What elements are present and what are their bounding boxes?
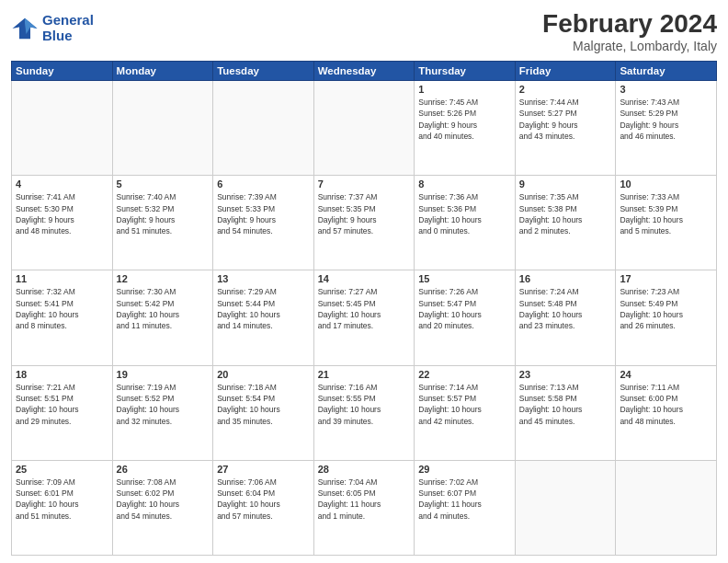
calendar-cell: 12Sunrise: 7:30 AM Sunset: 5:42 PM Dayli… (112, 270, 213, 365)
calendar-cell (515, 460, 616, 555)
day-number: 3 (620, 84, 712, 95)
day-info: Sunrise: 7:37 AM Sunset: 5:35 PM Dayligh… (318, 191, 411, 236)
calendar-cell: 9Sunrise: 7:35 AM Sunset: 5:38 PM Daylig… (515, 176, 616, 270)
day-number: 12 (117, 273, 210, 284)
day-info: Sunrise: 7:39 AM Sunset: 5:33 PM Dayligh… (217, 191, 310, 236)
day-number: 22 (418, 369, 511, 380)
calendar-cell: 10Sunrise: 7:33 AM Sunset: 5:39 PM Dayli… (616, 176, 717, 270)
day-number: 15 (418, 273, 511, 284)
day-number: 10 (620, 178, 712, 190)
day-number: 14 (318, 273, 411, 284)
calendar-week-row: 11Sunrise: 7:32 AM Sunset: 5:41 PM Dayli… (12, 270, 717, 365)
logo-icon (11, 15, 39, 42)
day-info: Sunrise: 7:36 AM Sunset: 5:36 PM Dayligh… (418, 191, 511, 236)
day-info: Sunrise: 7:02 AM Sunset: 6:07 PM Dayligh… (418, 477, 511, 522)
calendar-cell (213, 81, 314, 176)
day-number: 23 (519, 369, 612, 380)
calendar-cell: 18Sunrise: 7:21 AM Sunset: 5:51 PM Dayli… (12, 365, 113, 460)
day-number: 8 (418, 178, 511, 190)
calendar-cell: 3Sunrise: 7:43 AM Sunset: 5:29 PM Daylig… (616, 81, 717, 176)
calendar-cell: 24Sunrise: 7:11 AM Sunset: 6:00 PM Dayli… (616, 365, 717, 460)
day-info: Sunrise: 7:29 AM Sunset: 5:44 PM Dayligh… (217, 286, 310, 331)
day-number: 6 (217, 178, 310, 190)
day-info: Sunrise: 7:40 AM Sunset: 5:32 PM Dayligh… (117, 191, 210, 236)
calendar-cell: 28Sunrise: 7:04 AM Sunset: 6:05 PM Dayli… (313, 460, 415, 555)
day-number: 1 (418, 84, 511, 95)
header: General Blue February 2024 Malgrate, Lom… (11, 9, 717, 53)
day-number: 9 (519, 178, 612, 190)
day-info: Sunrise: 7:26 AM Sunset: 5:47 PM Dayligh… (418, 286, 511, 331)
day-info: Sunrise: 7:13 AM Sunset: 5:58 PM Dayligh… (519, 382, 612, 427)
calendar-header-wednesday: Wednesday (313, 62, 415, 81)
calendar-header-saturday: Saturday (616, 62, 717, 81)
calendar-cell: 8Sunrise: 7:36 AM Sunset: 5:36 PM Daylig… (415, 176, 516, 270)
day-info: Sunrise: 7:33 AM Sunset: 5:39 PM Dayligh… (620, 191, 712, 236)
day-info: Sunrise: 7:21 AM Sunset: 5:51 PM Dayligh… (16, 382, 108, 427)
day-number: 4 (16, 178, 108, 190)
calendar-cell: 16Sunrise: 7:24 AM Sunset: 5:48 PM Dayli… (515, 270, 616, 365)
day-info: Sunrise: 7:45 AM Sunset: 5:26 PM Dayligh… (418, 97, 511, 142)
day-info: Sunrise: 7:41 AM Sunset: 5:30 PM Dayligh… (16, 191, 108, 236)
day-number: 16 (519, 273, 612, 284)
day-number: 24 (620, 369, 712, 380)
calendar-cell: 19Sunrise: 7:19 AM Sunset: 5:52 PM Dayli… (112, 365, 213, 460)
calendar-header-thursday: Thursday (415, 62, 516, 81)
svg-marker-1 (25, 17, 38, 33)
calendar-week-row: 25Sunrise: 7:09 AM Sunset: 6:01 PM Dayli… (12, 460, 717, 555)
calendar-header-tuesday: Tuesday (213, 62, 314, 81)
calendar-cell: 21Sunrise: 7:16 AM Sunset: 5:55 PM Dayli… (313, 365, 415, 460)
day-info: Sunrise: 7:11 AM Sunset: 6:00 PM Dayligh… (620, 382, 712, 427)
calendar-cell: 29Sunrise: 7:02 AM Sunset: 6:07 PM Dayli… (415, 460, 516, 555)
day-info: Sunrise: 7:09 AM Sunset: 6:01 PM Dayligh… (16, 477, 108, 522)
logo-text: General Blue (42, 13, 94, 43)
calendar-cell: 17Sunrise: 7:23 AM Sunset: 5:49 PM Dayli… (616, 270, 717, 365)
day-number: 5 (117, 178, 210, 190)
calendar-cell: 5Sunrise: 7:40 AM Sunset: 5:32 PM Daylig… (112, 176, 213, 270)
day-number: 20 (217, 369, 310, 380)
day-info: Sunrise: 7:18 AM Sunset: 5:54 PM Dayligh… (217, 382, 310, 427)
calendar-title: February 2024 (542, 9, 717, 39)
calendar-cell: 14Sunrise: 7:27 AM Sunset: 5:45 PM Dayli… (313, 270, 415, 365)
day-info: Sunrise: 7:04 AM Sunset: 6:05 PM Dayligh… (318, 477, 411, 522)
calendar-header-row: SundayMondayTuesdayWednesdayThursdayFrid… (12, 62, 717, 81)
day-number: 18 (16, 369, 108, 380)
day-number: 25 (16, 464, 108, 475)
calendar-cell: 4Sunrise: 7:41 AM Sunset: 5:30 PM Daylig… (12, 176, 113, 270)
day-number: 17 (620, 273, 712, 284)
logo: General Blue (11, 13, 94, 43)
day-number: 27 (217, 464, 310, 475)
calendar-cell: 27Sunrise: 7:06 AM Sunset: 6:04 PM Dayli… (213, 460, 314, 555)
day-number: 21 (318, 369, 411, 380)
title-block: February 2024 Malgrate, Lombardy, Italy (542, 9, 717, 53)
calendar-cell: 6Sunrise: 7:39 AM Sunset: 5:33 PM Daylig… (213, 176, 314, 270)
calendar-week-row: 18Sunrise: 7:21 AM Sunset: 5:51 PM Dayli… (12, 365, 717, 460)
day-info: Sunrise: 7:27 AM Sunset: 5:45 PM Dayligh… (318, 286, 411, 331)
calendar-cell (12, 81, 113, 176)
day-info: Sunrise: 7:32 AM Sunset: 5:41 PM Dayligh… (16, 286, 108, 331)
day-info: Sunrise: 7:08 AM Sunset: 6:02 PM Dayligh… (117, 477, 210, 522)
calendar-cell: 13Sunrise: 7:29 AM Sunset: 5:44 PM Dayli… (213, 270, 314, 365)
calendar-cell: 1Sunrise: 7:45 AM Sunset: 5:26 PM Daylig… (415, 81, 516, 176)
calendar-header-friday: Friday (515, 62, 616, 81)
calendar-week-row: 4Sunrise: 7:41 AM Sunset: 5:30 PM Daylig… (12, 176, 717, 270)
day-number: 11 (16, 273, 108, 284)
day-info: Sunrise: 7:43 AM Sunset: 5:29 PM Dayligh… (620, 97, 712, 142)
day-info: Sunrise: 7:23 AM Sunset: 5:49 PM Dayligh… (620, 286, 712, 331)
calendar-table: SundayMondayTuesdayWednesdayThursdayFrid… (11, 61, 717, 556)
calendar-header-monday: Monday (112, 62, 213, 81)
calendar-cell: 20Sunrise: 7:18 AM Sunset: 5:54 PM Dayli… (213, 365, 314, 460)
calendar-cell: 22Sunrise: 7:14 AM Sunset: 5:57 PM Dayli… (415, 365, 516, 460)
calendar-cell: 15Sunrise: 7:26 AM Sunset: 5:47 PM Dayli… (415, 270, 516, 365)
day-info: Sunrise: 7:24 AM Sunset: 5:48 PM Dayligh… (519, 286, 612, 331)
page: General Blue February 2024 Malgrate, Lom… (0, 0, 728, 563)
day-info: Sunrise: 7:30 AM Sunset: 5:42 PM Dayligh… (117, 286, 210, 331)
day-number: 7 (318, 178, 411, 190)
day-number: 26 (117, 464, 210, 475)
calendar-subtitle: Malgrate, Lombardy, Italy (542, 39, 717, 53)
day-info: Sunrise: 7:19 AM Sunset: 5:52 PM Dayligh… (117, 382, 210, 427)
calendar-cell (313, 81, 415, 176)
calendar-cell: 25Sunrise: 7:09 AM Sunset: 6:01 PM Dayli… (12, 460, 113, 555)
day-info: Sunrise: 7:44 AM Sunset: 5:27 PM Dayligh… (519, 97, 612, 142)
calendar-cell (616, 460, 717, 555)
day-number: 13 (217, 273, 310, 284)
